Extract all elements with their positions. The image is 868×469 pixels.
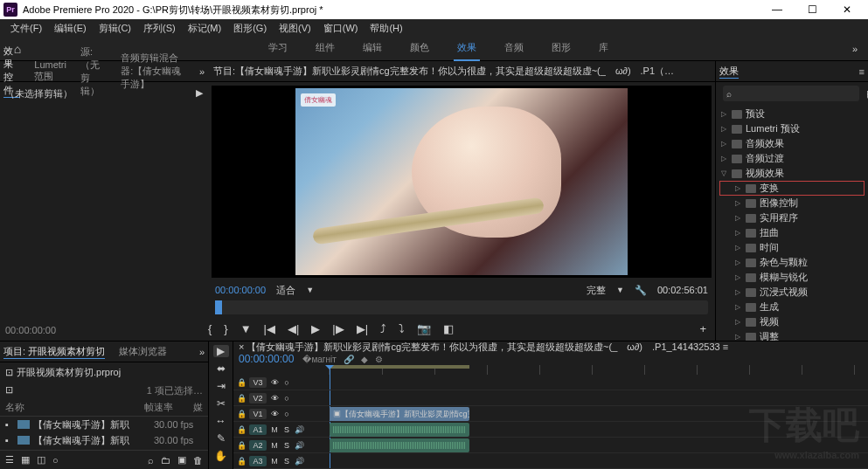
video-track-header[interactable]: 🔒V1👁○ <box>233 406 330 422</box>
workspace-tab[interactable]: 颜色 <box>406 36 433 61</box>
audio-track[interactable] <box>330 422 868 438</box>
effects-tree-item[interactable]: ▷Lumetri 预设 <box>719 121 865 136</box>
effects-tree-item[interactable]: ▷视频 <box>719 314 865 329</box>
menu-item[interactable]: 帮助(H) <box>365 22 407 35</box>
effects-tree-item[interactable]: ▷模糊与锐化 <box>719 270 865 285</box>
lift-button[interactable]: ⤴ <box>380 322 386 335</box>
workspace-tab[interactable]: 组件 <box>312 36 338 61</box>
audio-clip[interactable] <box>330 438 469 452</box>
work-area-bar[interactable] <box>330 365 469 369</box>
menu-item[interactable]: 编辑(E) <box>49 22 92 35</box>
effects-tree-item[interactable]: ▷调整 <box>719 329 865 341</box>
panel-tab[interactable]: Lumetri 范围 <box>34 59 66 83</box>
effects-search[interactable]: ⌕ <box>723 86 859 101</box>
close-button[interactable]: ✕ <box>830 3 865 16</box>
linked-selection-icon[interactable]: 🔗 <box>344 355 354 364</box>
video-track-header[interactable]: 🔒V3👁○ <box>233 375 330 390</box>
effects-search-input[interactable] <box>735 88 856 99</box>
audio-track-header[interactable]: 🔒A3MS🔊 <box>233 453 330 469</box>
button-editor[interactable]: + <box>699 322 706 335</box>
video-track[interactable] <box>330 375 868 390</box>
workspace-tab[interactable]: 库 <box>595 36 612 61</box>
effects-tree-item[interactable]: ▷预设 <box>719 107 865 121</box>
play-icon[interactable]: ▶ <box>196 87 203 99</box>
effects-tab[interactable]: 效果 <box>719 65 739 79</box>
mark-out-button[interactable]: } <box>224 322 227 335</box>
go-to-in-button[interactable]: |◀ <box>264 322 275 335</box>
panel-menu-icon[interactable]: ≡ <box>859 66 865 77</box>
workspace-tab[interactable]: 效果 <box>454 36 480 61</box>
menu-item[interactable]: 窗口(W) <box>318 22 364 35</box>
minimize-button[interactable]: — <box>760 3 795 16</box>
new-item-icon[interactable]: ▣ <box>177 454 186 466</box>
audio-clip[interactable] <box>330 423 469 437</box>
go-to-out-button[interactable]: ▶| <box>357 322 368 335</box>
workspace-overflow[interactable]: » <box>842 44 868 54</box>
wrench-icon[interactable]: 🔧 <box>635 285 647 296</box>
menu-item[interactable]: 标记(M) <box>183 22 227 35</box>
menu-item[interactable]: 序列(S) <box>138 22 181 35</box>
program-tab[interactable]: 节目:【倩女幽魂手游】新职业影灵剧情cg完整发布！你以为很虚，其实是超级超级超级… <box>208 61 715 82</box>
play-button[interactable]: ▶ <box>311 322 320 335</box>
slip-tool[interactable]: ↔ <box>213 415 229 427</box>
program-scrubber[interactable] <box>215 300 708 314</box>
panel-tab[interactable]: 媒体浏览器 <box>119 345 167 358</box>
project-breadcrumb[interactable]: 开眼视频素材剪切.prproj <box>17 366 121 379</box>
freeform-view-icon[interactable]: ◫ <box>37 454 45 466</box>
track-select-tool[interactable]: ⬌ <box>213 362 229 375</box>
zoom-slider[interactable]: ○ <box>52 455 59 466</box>
audio-track[interactable] <box>330 453 868 469</box>
bin-path[interactable]: ⊡ <box>5 384 13 397</box>
effects-tree-item[interactable]: ▷变换 <box>719 181 865 196</box>
export-frame-button[interactable]: 📷 <box>417 322 431 335</box>
marker-icon[interactable]: ◆ <box>361 355 368 364</box>
ripple-edit-tool[interactable]: ⇥ <box>213 380 229 392</box>
panel-tab[interactable]: 项目: 开眼视频素材剪切 <box>3 345 105 359</box>
snap-icon[interactable]: �магніт <box>302 355 336 364</box>
audio-track[interactable] <box>330 438 868 453</box>
workspace-tab[interactable]: 编辑 <box>359 36 385 61</box>
timeline-timecode[interactable]: 00:00:00:00 <box>239 353 294 365</box>
audio-track-header[interactable]: 🔒A2MS🔊 <box>233 438 330 453</box>
icon-view-icon[interactable]: ▦ <box>21 454 30 466</box>
menu-item[interactable]: 剪辑(C) <box>94 22 136 35</box>
sequence-tab[interactable]: × 【倩女幽魂手游】新职业影灵剧情cg完整发布！你以为很虚，其实是超级超级超级虚… <box>233 341 868 353</box>
comparison-button[interactable]: ◧ <box>443 322 454 335</box>
time-ruler[interactable] <box>233 365 868 375</box>
add-marker-button[interactable]: ▼ <box>240 322 252 335</box>
video-track[interactable]: ▣【倩女幽魂手游】新职业影灵剧情cg完整 <box>330 406 868 422</box>
effects-tree-item[interactable]: ▷扭曲 <box>719 225 865 240</box>
effects-tree-item[interactable]: ▷音频过渡 <box>719 151 865 166</box>
pen-tool[interactable]: ✎ <box>213 432 229 445</box>
effects-tree-item[interactable]: ▷音频效果 <box>719 136 865 151</box>
effects-tree-item[interactable]: ▷生成 <box>719 300 865 314</box>
maximize-button[interactable]: ☐ <box>795 3 830 16</box>
razor-tool[interactable]: ✂ <box>213 397 229 410</box>
project-item[interactable]: ▪【倩女幽魂手游】新职30.00 fps <box>0 432 208 448</box>
program-viewer[interactable]: 倩女幽魂 <box>212 86 712 278</box>
video-track-header[interactable]: 🔒V2👁○ <box>233 390 330 406</box>
panel-menu-icon[interactable]: » <box>199 66 205 77</box>
panel-overflow-icon[interactable]: » <box>199 347 205 357</box>
video-clip[interactable]: ▣【倩女幽魂手游】新职业影灵剧情cg完整 <box>330 407 469 421</box>
effects-tree-item[interactable]: ▽视频效果 <box>719 166 865 181</box>
selection-tool[interactable]: ▶ <box>213 345 229 357</box>
extract-button[interactable]: ⤵ <box>399 322 405 335</box>
workspace-tab[interactable]: 音频 <box>501 36 527 61</box>
effects-tree-item[interactable]: ▷时间 <box>719 240 865 255</box>
list-view-icon[interactable]: ☰ <box>5 454 14 466</box>
settings-icon[interactable]: ⚙ <box>375 355 383 364</box>
zoom-fit[interactable]: 适合 <box>276 284 295 297</box>
find-icon[interactable]: ⌕ <box>148 455 154 466</box>
project-item[interactable]: ▪【倩女幽魂手游】新职30.00 fps <box>0 417 208 432</box>
step-forward-button[interactable]: |▶ <box>332 322 344 335</box>
effects-tree-item[interactable]: ▷实用程序 <box>719 210 865 225</box>
effects-tree-item[interactable]: ▷图像控制 <box>719 196 865 210</box>
hand-tool[interactable]: ✋ <box>213 450 229 462</box>
resolution-full[interactable]: 完整 <box>587 284 606 297</box>
effects-tree-item[interactable]: ▷沉浸式视频 <box>719 285 865 300</box>
video-track[interactable] <box>330 390 868 406</box>
workspace-tab[interactable]: 图形 <box>548 36 574 61</box>
trash-icon[interactable]: 🗑 <box>193 455 203 466</box>
step-back-button[interactable]: ◀| <box>288 322 299 335</box>
